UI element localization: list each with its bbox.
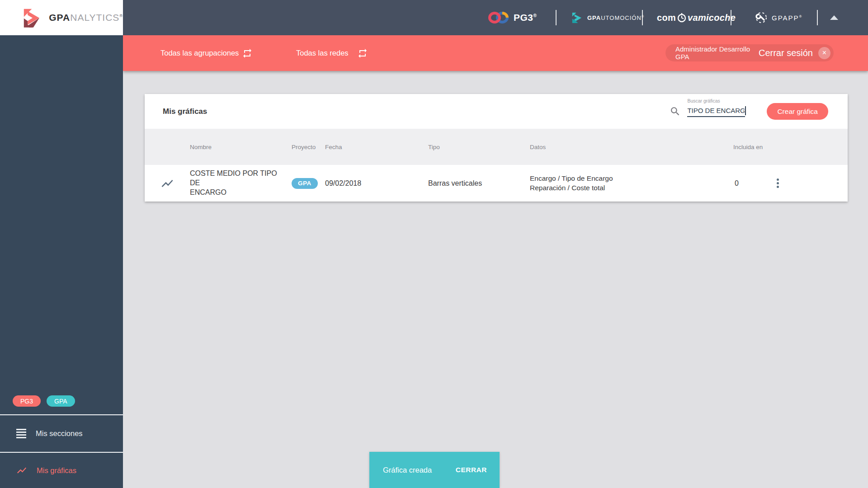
session-pill: Administrador Desarrollo GPA Cerrar sesi… xyxy=(665,44,834,61)
snackbar-close-button[interactable]: CERRAR xyxy=(450,461,492,479)
gpanalytics-wordmark: GPANALYTICS® xyxy=(49,12,123,23)
menu-icon xyxy=(16,429,26,438)
column-header-fecha: Fecha xyxy=(325,144,428,150)
chevron-up-icon xyxy=(830,15,838,20)
pg3-label: PG3® xyxy=(514,12,537,23)
sidebar-item-label: Mis secciones xyxy=(36,429,83,438)
gpapp-label: GPAPP® xyxy=(772,14,802,22)
swap-networks-icon[interactable] xyxy=(357,48,368,59)
pg3-infinity-icon xyxy=(488,11,509,24)
top-app-bar: PG3® GPAUTOMOCIÓN® com vamicoche xyxy=(0,0,868,35)
row-included-in-cell: 0 xyxy=(719,179,769,188)
chart-line-icon xyxy=(16,465,27,476)
column-header-tipo: Tipo xyxy=(428,144,530,150)
row-project-cell: GPA xyxy=(292,178,325,189)
project-badge: GPA xyxy=(292,178,318,189)
row-chart-type-cell xyxy=(145,177,190,190)
row-actions-menu-icon[interactable] xyxy=(769,178,787,188)
gpa-logo-icon xyxy=(21,6,43,29)
snackbar-message: Gráfica creada xyxy=(383,466,450,474)
chart-name-line1: COSTE MEDIO POR TIPO DE xyxy=(190,169,285,188)
column-header-incluida-en: Incluida en xyxy=(719,144,769,150)
logout-label: Cerrar sesión xyxy=(759,48,813,58)
my-charts-card: Mis gráficas Buscar gráficas Crear gráfi… xyxy=(145,94,848,202)
search-field: Buscar gráficas xyxy=(687,106,745,117)
row-type-cell: Barras verticales xyxy=(428,179,530,188)
sidebar-badges: PG3 GPA xyxy=(0,388,123,414)
collapse-bar-control[interactable] xyxy=(830,0,838,35)
column-header-datos: Datos xyxy=(530,144,719,150)
chart-data-line2: Reparación / Coste total xyxy=(530,183,719,193)
gpautomocion-app-link[interactable]: GPAUTOMOCIÓN® xyxy=(571,0,644,35)
table-header-row: Nombre Proyecto Fecha Tipo Datos Incluid… xyxy=(145,129,848,165)
logout-button[interactable]: Cerrar sesión × xyxy=(759,47,830,59)
search-input[interactable] xyxy=(687,106,745,117)
chart-line-icon xyxy=(160,177,174,190)
comovamicoche-app-link[interactable]: com vamicoche xyxy=(657,0,736,35)
create-chart-button[interactable]: Crear gráfica xyxy=(767,103,828,120)
row-name-cell: COSTE MEDIO POR TIPO DE ENCARGO xyxy=(190,169,292,197)
search-icon[interactable] xyxy=(670,106,681,117)
gpanalytics-logo[interactable]: GPANALYTICS® xyxy=(0,0,123,35)
row-date-cell: 09/02/2018 xyxy=(325,179,428,188)
gpautomocion-label: GPAUTOMOCIÓN® xyxy=(587,14,644,21)
topbar-divider xyxy=(731,10,731,25)
topbar-divider xyxy=(642,10,643,25)
main-content: Mis gráficas Buscar gráficas Crear gráfi… xyxy=(123,71,868,488)
gpa-badge[interactable]: GPA xyxy=(47,395,75,407)
page-title: Mis gráficas xyxy=(163,107,670,116)
gpapp-app-link[interactable]: GPAPP® xyxy=(755,0,802,35)
networks-filter-label: Todas las redes xyxy=(296,35,349,71)
filter-bar: Todas las agrupaciones Todas las redes A… xyxy=(123,35,868,71)
table-row[interactable]: COSTE MEDIO POR TIPO DE ENCARGO GPA 09/0… xyxy=(145,165,848,202)
snackbar: Gráfica creada CERRAR xyxy=(369,452,500,488)
sidebar-item-mis-graficas[interactable]: Mis gráficas xyxy=(0,453,123,488)
gpautomocion-arrow-icon xyxy=(571,12,583,24)
search-field-label: Buscar gráficas xyxy=(687,98,720,103)
sidebar-item-label: Mis gráficas xyxy=(37,466,76,475)
text-cursor xyxy=(745,106,746,115)
chart-name-line2: ENCARGO xyxy=(190,188,285,197)
card-header: Mis gráficas Buscar gráficas Crear gráfi… xyxy=(145,94,848,129)
row-data-cell: Encargo / Tipo de Encargo Reparación / C… xyxy=(530,174,719,193)
clock-icon xyxy=(677,13,687,23)
pg3-badge[interactable]: PG3 xyxy=(13,395,41,407)
column-header-proyecto: Proyecto xyxy=(292,144,325,150)
chart-data-line1: Encargo / Tipo de Encargo xyxy=(530,174,719,183)
sidebar-item-mis-secciones[interactable]: Mis secciones xyxy=(0,415,123,452)
wrench-icon xyxy=(755,11,768,24)
topbar-divider xyxy=(817,10,818,25)
sidebar: PG3 GPA Mis secciones Mis gráficas xyxy=(0,35,123,488)
comovamicoche-label: com vamicoche xyxy=(657,13,736,23)
pg3-app-link[interactable]: PG3® xyxy=(488,0,537,35)
logout-close-icon: × xyxy=(818,47,830,59)
sidebar-spacer xyxy=(0,35,123,388)
column-header-nombre: Nombre xyxy=(190,144,292,150)
groupings-filter-label: Todas las agrupaciones xyxy=(160,35,239,71)
swap-groupings-icon[interactable] xyxy=(242,48,253,59)
topbar-divider xyxy=(556,10,557,25)
current-user-label: Administrador Desarrollo GPA xyxy=(675,45,759,61)
